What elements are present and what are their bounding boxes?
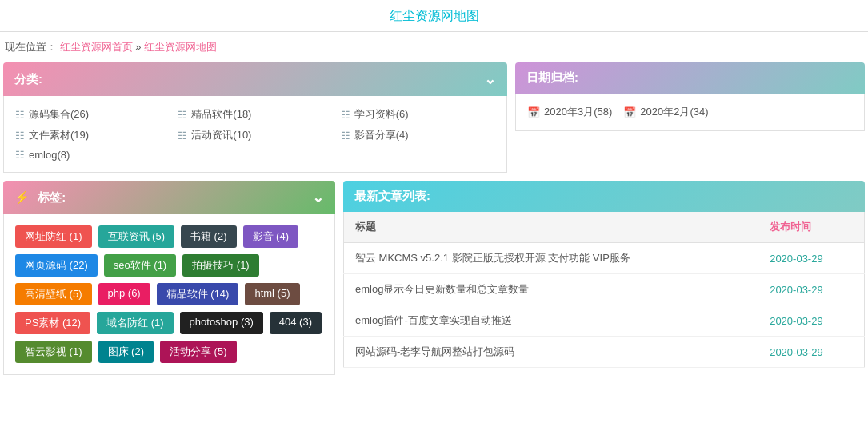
tag-item[interactable]: 高清壁纸 (5) [15,283,92,305]
breadcrumb-separator-char: » [135,41,141,53]
date-archive-title: 日期归档: [526,70,578,86]
tag-item[interactable]: seo软件 (1) [104,254,176,277]
article-date: 2020-03-29 [758,337,864,368]
category-icon: ☷ [15,109,25,121]
category-icon: ☷ [15,149,25,161]
tags-grid: 网址防红 (1)互联资讯 (5)书籍 (2)影音 (4)网页源码 (22)seo… [15,225,323,363]
article-date: 2020-03-29 [758,305,864,337]
category-item[interactable]: ☷精品软件(18) [178,107,332,122]
tags-chevron-icon[interactable]: ⌄ [312,189,324,206]
tags-box: 网址防红 (1)互联资讯 (5)书籍 (2)影音 (4)网页源码 (22)seo… [3,214,335,375]
breadcrumb-label: 现在位置： [5,41,57,53]
tag-item[interactable]: 网址防红 (1) [15,225,92,248]
articles-header: 最新文章列表: [343,181,865,212]
tag-item[interactable]: 活动分享 (5) [160,341,237,363]
category-label: 文件素材(19) [29,128,89,142]
date-label: 2020年3月(58) [544,105,612,119]
article-date: 2020-03-29 [758,243,864,274]
tag-item[interactable]: 拍摄技巧 (1) [182,254,259,277]
date-box: 📅2020年3月(58)📅2020年2月(34) [515,94,865,131]
category-label: 影音分享(4) [354,128,409,142]
tag-item[interactable]: html (5) [245,283,299,305]
category-label: emlog(8) [29,149,70,161]
category-item[interactable]: ☷emlog(8) [15,149,170,161]
tag-item[interactable]: photoshop (3) [180,312,263,334]
tag-item[interactable]: 互联资讯 (5) [98,225,175,248]
articles-thead-row: 标题 发布时间 [344,212,865,243]
category-icon: ☷ [178,130,187,142]
categories-panel: 分类: ⌄ ☷源码集合(26)☷精品软件(18)☷学习资料(6)☷文件素材(19… [3,62,507,173]
article-title[interactable]: emlog插件-百度文章实现自动推送 [344,305,759,337]
tag-item[interactable]: 网页源码 (22) [15,254,98,277]
col-title-header: 标题 [344,212,759,243]
tags-panel: ⚡ 标签: ⌄ 网址防红 (1)互联资讯 (5)书籍 (2)影音 (4)网页源码… [3,181,335,375]
calendar-icon: 📅 [527,106,540,118]
tags-title: ⚡ 标签: [14,190,66,206]
articles-table: 标题 发布时间 智云 MKCMS v5.2.1 影院正版无授权开源 支付功能 V… [343,212,865,368]
date-archive-header: 日期归档: [515,62,865,94]
article-date: 2020-03-29 [758,274,864,305]
article-title[interactable]: emlog显示今日更新数量和总文章数量 [344,274,759,305]
date-item[interactable]: 📅2020年3月(58) [527,105,612,119]
tag-item[interactable]: 影音 (4) [243,225,299,248]
table-row: 网站源码-老李导航网整站打包源码 2020-03-29 [344,337,865,368]
articles-panel: 最新文章列表: 标题 发布时间 智云 MKCMS v5.2.1 影院正版无授权开… [343,181,865,375]
breadcrumb: 现在位置： 红尘资源网首页 » 红尘资源网地图 [0,32,868,62]
categories-title: 分类: [14,72,42,87]
date-grid: 📅2020年3月(58)📅2020年2月(34) [527,105,853,119]
date-archive-panel: 日期归档: 📅2020年3月(58)📅2020年2月(34) [515,62,865,173]
category-icon: ☷ [15,130,25,142]
tag-item[interactable]: 域名防红 (1) [97,312,174,334]
category-item[interactable]: ☷影音分享(4) [341,128,495,142]
cat-grid: ☷源码集合(26)☷精品软件(18)☷学习资料(6)☷文件素材(19)☷活动资讯… [15,107,495,161]
category-icon: ☷ [178,109,187,121]
article-title[interactable]: 智云 MKCMS v5.2.1 影院正版无授权开源 支付功能 VIP服务 [344,243,759,274]
tag-icon: ⚡ [14,190,30,204]
category-label: 源码集合(26) [29,107,89,122]
category-item[interactable]: ☷文件素材(19) [15,128,170,142]
category-item[interactable]: ☷学习资料(6) [341,107,495,122]
date-label: 2020年2月(34) [640,105,708,119]
category-label: 活动资讯(10) [191,128,251,142]
tag-item[interactable]: php (6) [98,283,150,305]
table-row: emlog显示今日更新数量和总文章数量 2020-03-29 [344,274,865,305]
category-icon: ☷ [341,130,350,142]
tag-item[interactable]: 精品软件 (14) [157,283,239,305]
tag-item[interactable]: PS素材 (12) [15,312,90,334]
tag-item[interactable]: 书籍 (2) [181,225,237,248]
article-title[interactable]: 网站源码-老李导航网整站打包源码 [344,337,759,368]
category-box: ☷源码集合(26)☷精品软件(18)☷学习资料(6)☷文件素材(19)☷活动资讯… [3,96,507,173]
tag-item[interactable]: 404 (3) [270,312,322,334]
calendar-icon: 📅 [623,106,636,118]
bottom-row: ⚡ 标签: ⌄ 网址防红 (1)互联资讯 (5)书籍 (2)影音 (4)网页源码… [0,181,868,375]
tag-item[interactable]: 图床 (2) [98,341,154,363]
category-label: 精品软件(18) [191,107,251,122]
date-item[interactable]: 📅2020年2月(34) [623,105,708,119]
categories-chevron-icon[interactable]: ⌄ [484,70,496,88]
categories-header: 分类: ⌄ [3,62,507,96]
table-row: emlog插件-百度文章实现自动推送 2020-03-29 [344,305,865,337]
top-row: 分类: ⌄ ☷源码集合(26)☷精品软件(18)☷学习资料(6)☷文件素材(19… [0,62,868,173]
category-item[interactable]: ☷源码集合(26) [15,107,170,122]
category-item[interactable]: ☷活动资讯(10) [178,128,332,142]
site-title: 红尘资源网地图 [0,0,868,31]
table-row: 智云 MKCMS v5.2.1 影院正版无授权开源 支付功能 VIP服务 202… [344,243,865,274]
breadcrumb-current[interactable]: 红尘资源网地图 [144,41,217,53]
category-label: 学习资料(6) [354,107,409,122]
breadcrumb-home[interactable]: 红尘资源网首页 [60,41,133,53]
col-date-header: 发布时间 [758,212,864,243]
category-icon: ☷ [341,109,350,121]
tag-item[interactable]: 智云影视 (1) [15,341,92,363]
articles-title: 最新文章列表: [354,189,430,204]
tags-header: ⚡ 标签: ⌄ [3,181,335,214]
